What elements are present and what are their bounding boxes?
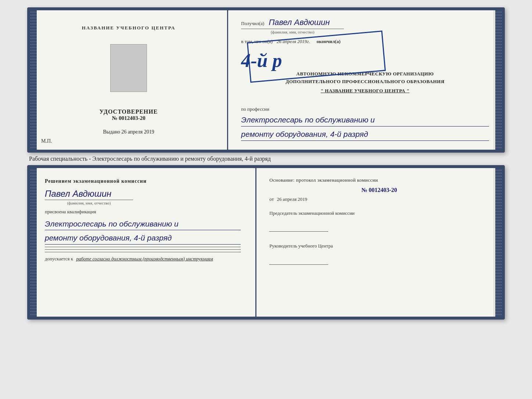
fio-hint-exam: (фамилия, имя, отчество) (45, 200, 133, 205)
ot-date-block: от 26 апреля 2019 (269, 196, 489, 202)
hr1 (45, 247, 241, 247)
rukovoditel-sign-line (269, 264, 328, 265)
top-certificate: НАЗВАНИЕ УЧЕБНОГО ЦЕНТРА УДОСТОВЕРЕНИЕ №… (27, 7, 505, 153)
vtom-date: 26 апреля 2019г. (277, 39, 310, 44)
okончил-label: окончил(а) (317, 39, 341, 44)
issued-date: 26 апреля 2019 (122, 129, 154, 135)
org-name: " НАЗВАНИЕ УЧЕБНОГО ЦЕНТРА " (241, 87, 489, 96)
ot-prefix: от (269, 196, 274, 202)
stamp-block: 4-й р АВТОНОМНУЮ НЕКОММЕРЧЕСКУЮ ОРГАНИЗА… (241, 47, 489, 103)
org-line1: АВТОНОМНУЮ НЕКОММЕРЧЕСКУЮ ОРГАНИЗАЦИЮ (241, 70, 489, 78)
spine-right-top (495, 10, 502, 150)
rank-large: 4-й р (241, 50, 282, 71)
received-prefix: Получил(а) (241, 21, 264, 26)
cert-udostoverenie-block: УДОСТОВЕРЕНИЕ № 0012403-20 (100, 108, 158, 121)
issued-label: Выдано (103, 129, 121, 135)
mp-label: М.П. (41, 138, 52, 144)
cert-photo (110, 44, 147, 92)
dopuskaetsya-prefix: допускается к (45, 256, 73, 261)
vtom-block: в том, что он(а) 26 апреля 2019г. окончи… (241, 39, 489, 44)
recipient-name: Павел Авдюшин (269, 18, 330, 27)
predsedatel-sign-line (269, 231, 328, 232)
profession-line1: Электрослесарь по обслуживанию и (241, 114, 489, 127)
exam-right-page: Основание: протокол экзаменационной коми… (256, 168, 502, 317)
osnov-title: Основание: протокол экзаменационной коми… (269, 177, 489, 183)
udostoverenie-label: УДОСТОВЕРЕНИЕ (100, 108, 158, 115)
org-line2: ДОПОЛНИТЕЛЬНОГО ПРОФЕССИОНАЛЬНОГО ОБРАЗО… (241, 78, 489, 86)
dopuskaetsya-block: допускается к работе согласно должностны… (45, 256, 241, 262)
dopuskaetsya-cursive: работе согласно должностным (производств… (76, 256, 213, 261)
profession-line2: ремонту оборудования, 4-й разряд (241, 128, 489, 141)
cert-left-page: НАЗВАНИЕ УЧЕБНОГО ЦЕНТРА УДОСТОВЕРЕНИЕ №… (30, 10, 228, 150)
hr3 (45, 252, 241, 252)
ot-date: 26 апреля 2019 (277, 196, 308, 202)
cert-right-page: Получил(а) Павел Авдюшин (фамилия, имя, … (228, 10, 502, 150)
hr2 (45, 249, 241, 250)
exam-left-page: Решением экзаменационной комиссии Павел … (30, 168, 256, 317)
org-block: АВТОНОМНУЮ НЕКОММЕРЧЕСКУЮ ОРГАНИЗАЦИЮ ДО… (241, 70, 489, 95)
prisvoena-label: присвоена квалификация (45, 209, 241, 215)
protocol-num: № 0012403-20 (269, 187, 489, 193)
fio-hint-top: (фамилия, имя, отчество) (241, 29, 344, 34)
qualification-line2: ремонту оборудования, 4-й разряд (45, 232, 241, 245)
cert-center-name: НАЗВАНИЕ УЧЕБНОГО ЦЕНТРА (82, 25, 176, 31)
predsedatel-label: Председатель экзаменационной комиссии (269, 210, 489, 217)
received-block: Получил(а) Павел Авдюшин (241, 18, 489, 27)
vtom-prefix: в том, что он(а) (241, 39, 273, 44)
subtitle-text: Рабочая специальность - Электрослесарь п… (27, 153, 505, 165)
cert-issued-block: Выдано 26 апреля 2019 (45, 129, 212, 135)
po-professii: по профессии (241, 106, 489, 112)
rukovoditel-label: Руководитель учебного Центра (269, 242, 489, 250)
udostoverenie-number: № 0012403-20 (100, 115, 158, 121)
rukovoditel-block: Руководитель учебного Центра (269, 242, 489, 266)
spine-right-bottom (495, 168, 502, 317)
qualification-line1: Электрослесарь по обслуживанию и (45, 218, 241, 231)
predsedatel-block: Председатель экзаменационной комиссии (269, 210, 489, 234)
exam-person-name: Павел Авдюшин (45, 189, 241, 199)
exam-title: Решением экзаменационной комиссии (45, 177, 241, 185)
bottom-certificate: Решением экзаменационной комиссии Павел … (27, 165, 505, 320)
